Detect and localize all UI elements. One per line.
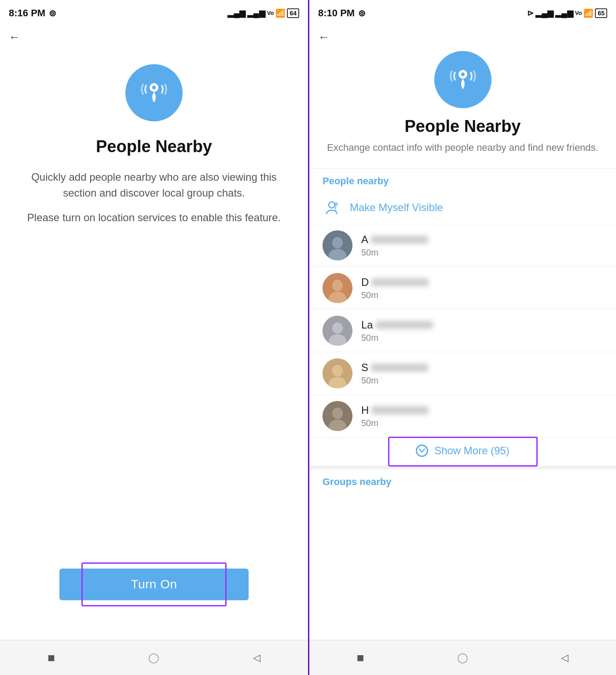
left-status-bar: 8:16 PM ⊚ ▂▄▆ ▂▄▆ Vo 📶 64 (0, 0, 308, 24)
avatar-2 (323, 273, 352, 303)
right-battery-indicator: 65 (595, 8, 607, 18)
person-info-3: La 50m (361, 319, 603, 343)
right-status-right: ⊳ ▂▄▆ ▂▄▆ Vo 📶 65 (527, 8, 607, 18)
svg-point-1 (152, 86, 156, 89)
person-info-5: H 50m (361, 404, 603, 428)
right-main-content: People Nearby Exchange contact info with… (309, 47, 616, 640)
avatar-3 (323, 316, 352, 346)
right-back-button[interactable]: ← (309, 24, 616, 47)
person-name-blur-2 (371, 278, 429, 286)
left-phone-panel: 8:16 PM ⊚ ▂▄▆ ▂▄▆ Vo 📶 64 ← (0, 0, 308, 675)
person-dist-5: 50m (361, 418, 603, 428)
whatsapp-icon: ⊚ (49, 8, 56, 18)
chevron-svg (419, 449, 425, 453)
avatar-5-img (323, 401, 352, 431)
right-status-bar: 8:10 PM ⊚ ⊳ ▂▄▆ ▂▄▆ Vo 📶 65 (309, 0, 616, 24)
person-info-1: A 50m (361, 234, 603, 258)
person-name-blur-3 (376, 321, 433, 329)
person-dist-4: 50m (361, 376, 603, 386)
right-header: People Nearby Exchange contact info with… (309, 47, 616, 168)
nav-circle-button[interactable]: ◯ (146, 650, 162, 666)
signal2-icon: ▂▄▆ (247, 8, 265, 18)
right-title: People Nearby (405, 117, 521, 136)
wifi-icon: 📶 (275, 8, 285, 18)
make-visible-icon (323, 198, 341, 217)
person-name-4: S (361, 361, 603, 374)
svg-point-6 (335, 203, 337, 205)
person-name-5: H (361, 404, 603, 416)
make-myself-visible-row[interactable]: Make Myself Visible (309, 191, 616, 224)
location-svg-icon (136, 75, 172, 110)
person-info-4: S 50m (361, 361, 603, 386)
avatar-1 (323, 230, 352, 260)
nav-square-button[interactable]: ■ (44, 650, 59, 666)
person-row-5[interactable]: H 50m (309, 395, 616, 438)
left-status-right: ▂▄▆ ▂▄▆ Vo 📶 64 (227, 8, 299, 18)
left-desc-2: Please turn on location services to enab… (27, 210, 281, 226)
person-location-icon (324, 200, 340, 215)
avatar-1-img (323, 230, 352, 260)
person-info-2: D 50m (361, 276, 603, 300)
right-phone-panel: 8:10 PM ⊚ ⊳ ▂▄▆ ▂▄▆ Vo 📶 65 ← (308, 0, 616, 675)
right-nav-circle-button[interactable]: ◯ (455, 650, 470, 666)
section-people-label: People nearby (309, 168, 616, 191)
chevron-down-icon (416, 445, 428, 457)
right-nav-square-button[interactable]: ■ (352, 650, 368, 666)
right-location-pin-icon: ⊳ (527, 8, 534, 18)
section-groups-label: Groups nearby (309, 466, 616, 492)
vo-icon: Vo (267, 10, 274, 16)
signal-icon: ▂▄▆ (227, 8, 246, 18)
left-back-button[interactable]: ← (0, 24, 308, 47)
person-row-3[interactable]: La 50m (309, 310, 616, 352)
nav-back-button[interactable]: ◁ (249, 650, 264, 666)
right-nav-back-button[interactable]: ◁ (557, 650, 573, 666)
battery-indicator: 64 (287, 8, 299, 18)
svg-point-14 (332, 322, 343, 334)
person-name-blur-4 (371, 364, 428, 372)
right-wifi-icon: 📶 (583, 8, 593, 18)
person-row-2[interactable]: D 50m (309, 267, 616, 310)
show-more-button[interactable]: Show More (95) (403, 440, 523, 461)
right-location-icon-circle (434, 51, 491, 108)
avatar-4 (323, 358, 352, 388)
svg-point-8 (332, 237, 343, 248)
person-name-blur-1 (371, 236, 428, 244)
right-location-svg-icon (445, 62, 480, 97)
right-signal-icon: ▂▄▆ (535, 8, 554, 18)
right-bottom-nav: ■ ◯ ◁ (309, 640, 616, 675)
show-more-container: Show More (95) (309, 440, 616, 461)
person-name-2: D (361, 276, 603, 288)
right-signal2-icon: ▂▄▆ (555, 8, 573, 18)
right-status-left: 8:10 PM ⊚ (318, 7, 366, 19)
location-icon-circle (125, 64, 183, 121)
turn-on-container: Turn On (18, 569, 290, 600)
left-status-left: 8:16 PM ⊚ (9, 7, 56, 19)
left-bottom-nav: ■ ◯ ◁ (0, 640, 308, 675)
person-dist-3: 50m (361, 333, 603, 343)
avatar-2-img (323, 273, 352, 303)
person-row-1[interactable]: A 50m (309, 224, 616, 267)
left-panel-title: People Nearby (96, 137, 212, 156)
svg-point-3 (461, 73, 465, 76)
person-name-1: A (361, 234, 603, 246)
person-name-blur-5 (371, 406, 429, 414)
svg-point-20 (332, 408, 343, 419)
person-row-4[interactable]: S 50m (309, 352, 616, 395)
avatar-5 (323, 401, 352, 431)
turn-on-button[interactable]: Turn On (59, 569, 249, 600)
left-desc-1: Quickly add people nearby who are also v… (18, 169, 290, 201)
person-dist-2: 50m (361, 290, 603, 300)
right-vo-icon: Vo (575, 10, 582, 16)
left-time: 8:16 PM (9, 7, 45, 19)
person-name-3: La (361, 319, 603, 331)
avatar-3-img (323, 316, 352, 346)
svg-point-17 (332, 365, 343, 376)
svg-point-11 (332, 280, 343, 291)
right-subtitle: Exchange contact info with people nearby… (327, 140, 598, 155)
make-visible-label: Make Myself Visible (350, 201, 443, 214)
person-dist-1: 50m (361, 248, 603, 258)
right-time: 8:10 PM (318, 7, 355, 19)
svg-point-4 (329, 202, 335, 208)
right-whatsapp-icon: ⊚ (358, 8, 366, 18)
show-more-label: Show More (95) (434, 445, 510, 457)
